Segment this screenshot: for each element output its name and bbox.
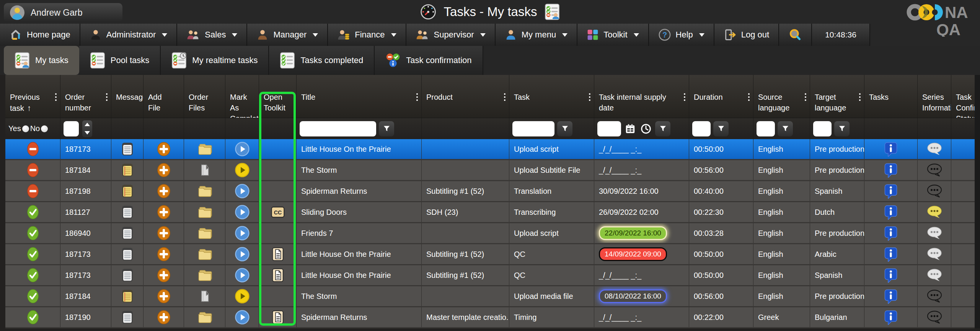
task-info-icon[interactable] [884, 162, 897, 178]
order-files-folder-icon[interactable] [197, 310, 213, 324]
add-file-icon[interactable] [157, 268, 171, 282]
column-header-source[interactable]: Source language [753, 75, 810, 118]
mark-complete-play-icon[interactable] [235, 163, 249, 177]
title-filter-input[interactable] [300, 121, 376, 136]
tab-task-confirmation[interactable]: Task confirmation [375, 46, 483, 75]
clock-icon[interactable] [639, 121, 652, 136]
nav-item-finance[interactable]: Finance [328, 24, 406, 46]
task-filter-button[interactable] [557, 121, 572, 136]
order-number-spinner[interactable] [82, 120, 92, 137]
mark-complete-play-icon[interactable] [235, 310, 249, 325]
add-file-icon[interactable] [157, 184, 171, 198]
series-information-bubble-icon[interactable] [926, 289, 942, 303]
nav-item-sales[interactable]: Sales [177, 24, 247, 46]
column-menu-icon[interactable] [859, 93, 861, 101]
series-information-bubble-icon[interactable] [926, 163, 942, 177]
add-file-icon[interactable] [157, 226, 171, 240]
message-icon[interactable] [121, 163, 134, 177]
title-filter-button[interactable] [379, 121, 394, 136]
add-file-icon[interactable] [157, 163, 171, 177]
duration-filter-button[interactable] [713, 121, 729, 136]
mark-complete-play-icon[interactable] [235, 268, 249, 282]
column-header-orderfiles[interactable]: Order Files [184, 75, 225, 118]
tab-my-tasks[interactable]: My tasks [4, 46, 79, 75]
open-toolkit-doc-icon[interactable] [272, 310, 284, 324]
series-information-bubble-icon[interactable] [926, 142, 942, 156]
column-header-series[interactable]: Series Information [918, 75, 951, 118]
mark-complete-play-icon[interactable] [235, 289, 249, 303]
message-icon[interactable] [121, 268, 134, 282]
target-filter-input[interactable] [813, 121, 832, 136]
mark-complete-play-icon[interactable] [235, 226, 249, 240]
table-row[interactable]: 187173Little House On the PrairieUpload … [5, 139, 980, 160]
nav-item-administrator[interactable]: Administrator [80, 24, 178, 46]
column-header-addfile[interactable]: Add File [143, 75, 184, 118]
column-menu-icon[interactable] [504, 93, 505, 101]
column-header-target[interactable]: Target language [810, 75, 864, 118]
table-row[interactable]: 187184The StormUpload media file08/10/20… [5, 286, 980, 307]
message-icon[interactable] [121, 142, 134, 156]
column-menu-icon[interactable] [805, 93, 806, 101]
add-file-icon[interactable] [157, 247, 171, 261]
table-row[interactable]: 186940Friends 7Upload script22/09/2022 1… [5, 223, 980, 244]
task-filter-input[interactable] [512, 121, 554, 136]
order-files-book-icon[interactable] [198, 163, 211, 177]
table-row[interactable]: 187190Spiderman ReturnsMaster template c… [5, 307, 980, 328]
date-filter-input[interactable] [597, 121, 621, 136]
tab-pool-tasks[interactable]: Pool tasks [79, 46, 161, 75]
nav-item-manager[interactable]: Manager [247, 24, 328, 46]
column-header-toolkit[interactable]: Open Toolkit [259, 75, 297, 118]
column-header-mark[interactable]: Mark As Complete [225, 75, 259, 118]
add-file-icon[interactable] [157, 310, 171, 325]
task-info-icon[interactable] [884, 204, 897, 220]
column-header-product[interactable]: Product [422, 75, 509, 118]
message-icon[interactable] [121, 289, 134, 303]
nav-item-supervisor[interactable]: Supervisor [406, 24, 496, 46]
source-filter-input[interactable] [757, 121, 775, 136]
nav-item-my-menu[interactable]: My menu [496, 24, 577, 46]
tab-tasks-completed[interactable]: Tasks completed [269, 46, 375, 75]
order-number-filter-input[interactable] [64, 121, 79, 136]
task-info-icon[interactable] [884, 226, 897, 241]
filter-yes-radio[interactable] [22, 125, 29, 132]
task-info-icon[interactable] [884, 310, 897, 325]
table-row[interactable]: 187173Little House On the PrairieSubtitl… [5, 244, 980, 265]
duration-filter-input[interactable] [692, 121, 711, 136]
filter-no-radio[interactable] [41, 125, 48, 132]
nav-search-button[interactable] [779, 24, 812, 46]
date-filter-button[interactable] [655, 121, 670, 136]
column-header-task[interactable]: Task [509, 75, 594, 118]
column-menu-icon[interactable] [748, 93, 750, 101]
tab-my-realtime-tasks[interactable]: My realtime tasks [161, 46, 269, 75]
series-information-bubble-icon[interactable] [926, 226, 942, 240]
column-menu-icon[interactable] [106, 93, 108, 101]
column-header-title[interactable]: Title [297, 75, 422, 118]
order-files-book-icon[interactable] [198, 289, 211, 303]
column-header-tasks[interactable]: Tasks [864, 75, 918, 118]
mark-complete-play-icon[interactable] [235, 247, 249, 261]
add-file-icon[interactable] [157, 289, 171, 303]
column-header-message[interactable]: Message [111, 75, 143, 118]
column-header-duration[interactable]: Duration [689, 75, 753, 118]
task-info-icon[interactable] [884, 268, 897, 283]
column-header-date[interactable]: Task internal supply date [594, 75, 689, 118]
series-information-bubble-icon[interactable] [926, 247, 942, 261]
order-files-folder-icon[interactable] [197, 247, 213, 261]
source-filter-button[interactable] [778, 121, 793, 136]
nav-item-help[interactable]: ?Help [649, 24, 714, 46]
mark-complete-play-icon[interactable] [235, 184, 249, 198]
series-information-bubble-icon[interactable] [926, 310, 942, 324]
series-information-bubble-icon[interactable] [926, 184, 942, 198]
nav-item-home-page[interactable]: Home page [0, 24, 80, 46]
column-menu-icon[interactable] [589, 93, 590, 101]
calendar-icon[interactable] [624, 121, 637, 136]
column-menu-icon[interactable] [416, 93, 418, 101]
add-file-icon[interactable] [157, 205, 171, 219]
message-icon[interactable] [121, 226, 134, 240]
open-toolkit-doc-icon[interactable] [272, 247, 284, 261]
order-files-folder-icon[interactable] [197, 226, 213, 240]
mark-complete-play-icon[interactable] [235, 205, 249, 219]
table-row[interactable]: 187198Spiderman ReturnsSubtitling #1 (52… [5, 181, 980, 202]
table-row[interactable]: 187184The StormUpload Subtitle File_/_/_… [5, 160, 980, 181]
user-chip[interactable]: Andrew Garb [4, 3, 122, 22]
